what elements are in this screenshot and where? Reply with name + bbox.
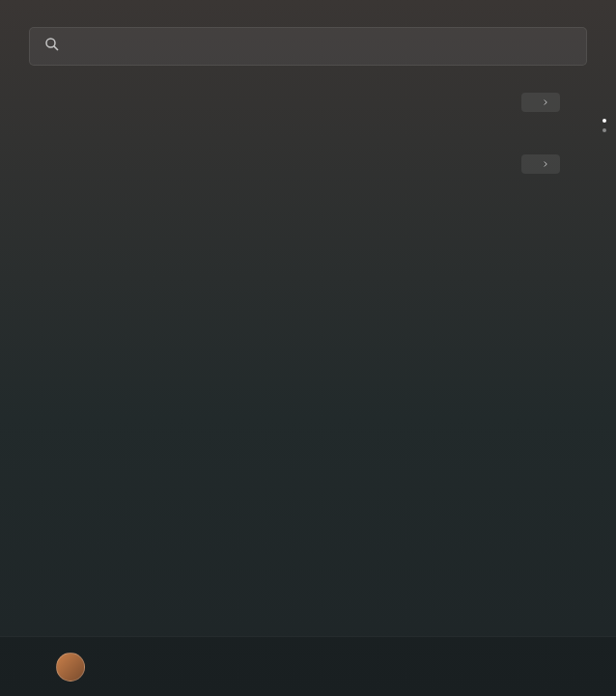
avatar [56,653,85,682]
search-icon [43,36,61,57]
recommended-list [0,187,616,193]
chevron-right-icon [541,97,550,107]
all-apps-button[interactable] [521,93,560,112]
page-indicator[interactable] [602,119,606,132]
search-input[interactable] [72,39,573,54]
user-account-button[interactable] [56,653,95,682]
svg-point-0 [46,39,55,47]
chevron-right-icon [541,159,550,169]
search-box[interactable] [29,27,587,66]
svg-line-1 [54,46,58,50]
footer-bar [0,636,616,696]
more-button[interactable] [521,154,560,174]
